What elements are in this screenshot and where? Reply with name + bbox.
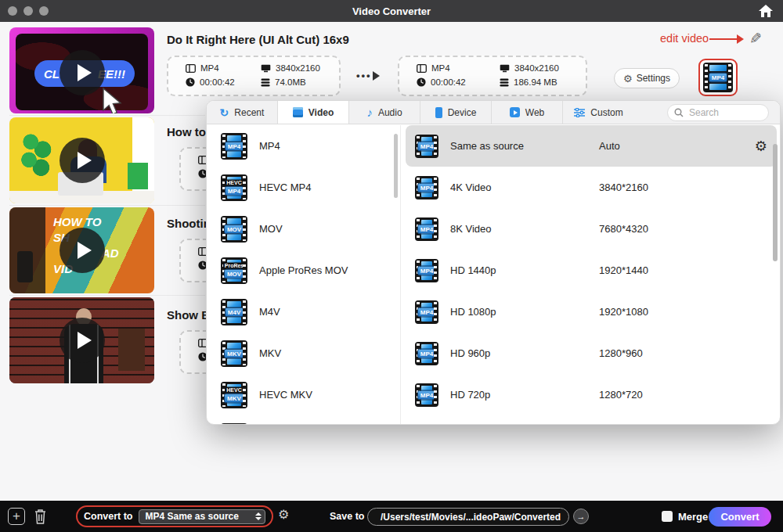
- convert-to-label: Convert to: [84, 511, 133, 522]
- save-to-label: Save to: [330, 511, 364, 522]
- plant-graphic: [20, 131, 55, 183]
- display-icon: [261, 64, 271, 73]
- home-icon[interactable]: [758, 4, 774, 18]
- gear-icon: ⚙: [623, 74, 633, 84]
- video-thumbnail-1[interactable]: CL EE!!!: [9, 27, 154, 113]
- output-duration: 00:00:42: [417, 77, 500, 87]
- mp4-film-icon: MP4: [703, 63, 733, 92]
- window-title: Video Converter: [0, 5, 783, 17]
- tab-video[interactable]: Video: [278, 101, 349, 124]
- format-item-partial[interactable]: [207, 415, 400, 425]
- source-info-box: MP4 3840x2160 00:00:42 74.0MB: [167, 56, 341, 96]
- profile-hd-1080p[interactable]: MP4 HD 1080p 1920*1080: [406, 291, 777, 332]
- format-item-prores-mov[interactable]: ProResMOV Apple ProRes MOV: [207, 250, 400, 291]
- phone-icon: [435, 107, 442, 118]
- output-info-box: MP4 3840x2160 00:00:42 186.94 MB: [398, 56, 587, 96]
- display-icon: [500, 64, 510, 73]
- format-list-scrollbar[interactable]: [394, 134, 398, 198]
- open-folder-arrow-icon[interactable]: →: [573, 509, 589, 524]
- video-thumbnail-3[interactable]: HOW TO SH AD VID: [9, 207, 154, 293]
- web-player-icon: [510, 107, 520, 117]
- profile-film-icon: MP4: [415, 342, 438, 365]
- select-arrows-icon: [255, 512, 262, 520]
- format-film-icon: HEVCMP4: [221, 174, 247, 201]
- settings-button[interactable]: ⚙ Settings: [614, 68, 680, 88]
- zoom-window-button[interactable]: [39, 6, 49, 16]
- format-item-hevc-mp4[interactable]: HEVCMP4 HEVC MP4: [207, 167, 400, 208]
- convert-settings-gear-icon[interactable]: ⚙: [278, 509, 289, 521]
- format-item-mp4[interactable]: MP4 MP4: [207, 125, 400, 167]
- video-thumbnail-4[interactable]: [9, 297, 154, 383]
- merge-checkbox[interactable]: [662, 511, 673, 522]
- profile-8k[interactable]: MP4 8K Video 7680*4320: [406, 208, 777, 250]
- convert-to-group: Convert to MP4 Same as source: [76, 505, 273, 527]
- profile-partial[interactable]: [406, 415, 777, 425]
- profile-film-icon: MP4: [415, 383, 438, 407]
- format-film-icon: [221, 423, 247, 426]
- app-window: Video Converter CL EE!!!: [0, 0, 783, 532]
- convert-button[interactable]: Convert: [709, 507, 771, 527]
- format-item-mkv[interactable]: MKV MKV: [207, 332, 400, 374]
- clock-icon: [417, 77, 426, 87]
- close-window-button[interactable]: [8, 6, 17, 16]
- search-input[interactable]: [687, 106, 758, 119]
- play-icon[interactable]: [60, 228, 105, 273]
- minimize-window-button[interactable]: [23, 6, 33, 16]
- tab-recent[interactable]: ↻ Recent: [207, 101, 278, 124]
- format-film-icon: M4V: [221, 299, 247, 325]
- film-icon: [417, 64, 427, 73]
- profile-film-icon: MP4: [415, 259, 438, 282]
- format-film-icon: MOV: [221, 216, 247, 243]
- save-path-field[interactable]: /Users/test/Movies/...ideoPaw/Converted: [367, 508, 569, 526]
- search-box[interactable]: [667, 104, 769, 121]
- title-bar: Video Converter: [0, 0, 783, 22]
- output-format: MP4: [417, 63, 500, 73]
- add-file-button[interactable]: +: [8, 508, 25, 525]
- format-picker-popup: ↻ Recent Video ♪ Audio Device Web: [206, 100, 781, 425]
- tab-custom[interactable]: Custom: [563, 101, 634, 124]
- film-icon: [186, 64, 196, 73]
- format-item-hevc-mkv[interactable]: HEVCMKV HEVC MKV: [207, 374, 400, 415]
- profile-film-icon: MP4: [415, 300, 438, 324]
- bottom-bar: + Convert to MP4 Same as source ⚙ Save t…: [0, 501, 783, 532]
- profile-hd-1440p[interactable]: MP4 HD 1440p 1920*1440: [406, 250, 777, 291]
- edit-video-arrow: [709, 38, 738, 40]
- format-item-m4v[interactable]: M4V M4V: [207, 291, 400, 332]
- format-list: MP4 MP4 HEVCMP4 HEVC MP4 MOV MOV ProResM…: [207, 125, 400, 425]
- profile-hd-720p[interactable]: MP4 HD 720p 1280*720: [406, 374, 777, 415]
- save-path-text: /Users/test/Movies/...ideoPaw/Converted: [381, 512, 561, 523]
- tab-audio[interactable]: ♪ Audio: [349, 101, 420, 124]
- merge-label: Merge: [678, 511, 708, 523]
- edit-pencil-icon[interactable]: ✎: [749, 30, 762, 48]
- profile-4k[interactable]: MP4 4K Video 3840*2160: [406, 167, 777, 208]
- storage-icon: [261, 78, 270, 87]
- play-icon[interactable]: [60, 318, 105, 363]
- search-icon: [674, 108, 684, 117]
- profile-list-scrollbar[interactable]: [773, 144, 778, 261]
- profile-gear-icon[interactable]: ⚙: [755, 139, 767, 153]
- output-size: 186.94 MB: [500, 77, 583, 87]
- tab-device[interactable]: Device: [420, 101, 492, 124]
- edit-video-label: edit video: [660, 32, 709, 45]
- video-icon: [293, 107, 303, 117]
- play-icon[interactable]: [60, 50, 105, 95]
- sliders-icon: [574, 108, 585, 117]
- format-film-icon: ProResMOV: [221, 257, 247, 284]
- profile-same-as-source[interactable]: MP4 Same as source Auto ⚙: [406, 125, 777, 167]
- history-icon: ↻: [220, 106, 229, 119]
- video-thumbnail-2[interactable]: [9, 117, 154, 203]
- format-film-icon: MKV: [221, 340, 247, 367]
- source-duration: 00:00:42: [186, 77, 261, 87]
- trash-icon[interactable]: [33, 508, 48, 525]
- profile-film-icon: MP4: [415, 176, 438, 200]
- clock-icon: [186, 77, 195, 87]
- profile-hd-960p[interactable]: MP4 HD 960p 1280*960: [406, 332, 777, 374]
- source-size: 74.0MB: [261, 77, 336, 87]
- play-icon[interactable]: [60, 138, 105, 183]
- source-resolution: 3840x2160: [261, 63, 336, 73]
- format-item-mov[interactable]: MOV MOV: [207, 208, 400, 250]
- target-format-button[interactable]: MP4: [698, 59, 738, 96]
- format-film-icon: MP4: [221, 133, 247, 160]
- output-format-select[interactable]: MP4 Same as source: [139, 509, 266, 524]
- tab-web[interactable]: Web: [492, 101, 563, 124]
